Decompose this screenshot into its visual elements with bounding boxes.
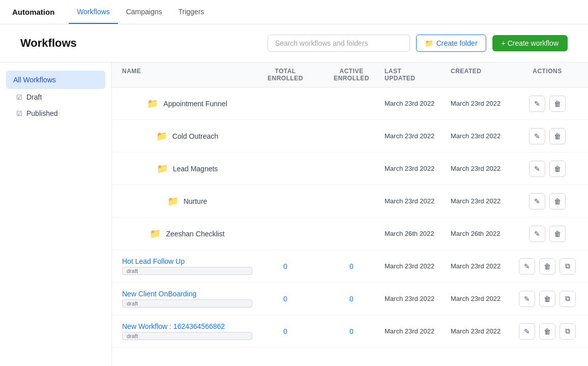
create-workflow-label: + Create workflow [502,39,558,47]
last-updated-cell: March 23rd 2022 [385,132,451,140]
create-workflow-button[interactable]: + Create workflow [492,35,568,51]
created-cell: March 23rd 2022 [451,295,517,302]
table-row: 📁 Appointment Funnel March 23rd 2022 Mar… [112,87,588,120]
delete-button[interactable]: 🗑 [539,258,555,274]
edit-button[interactable]: ✎ [529,128,545,144]
delete-button[interactable]: 🗑 [549,161,566,177]
nav-tabs: Workflows Campaigns Triggers [69,1,212,24]
draft-label: Draft [26,93,42,101]
tab-campaigns[interactable]: Campaigns [118,1,170,24]
table-row: 📁 Lead Magnets March 23rd 2022 March 23r… [112,152,588,185]
actions-cell: ✎ 🗑 [517,161,578,177]
edit-button[interactable]: ✎ [529,193,545,209]
sidebar-item-published[interactable]: ☑ Published [6,105,105,121]
sidebar: All Workflows ☑ Draft ☑ Published [0,63,112,366]
edit-button[interactable]: ✎ [519,291,535,307]
main-layout: All Workflows ☑ Draft ☑ Published NAME T… [0,63,588,366]
delete-button[interactable]: 🗑 [549,193,566,209]
row-name-cell: Hot Lead Follow Up draft [122,257,252,275]
row-name-cell: New Client OnBoarding draft [122,290,252,308]
copy-button[interactable]: ⧉ [560,323,576,340]
actions-cell: ✎ 🗑 [517,193,578,209]
col-actions: ACTIONS [517,68,578,82]
create-folder-button[interactable]: 📁 Create folder [416,35,486,52]
col-created: CREATED [451,68,517,82]
created-cell: March 23rd 2022 [451,100,517,107]
table-row: 📁 Cold Outreach March 23rd 2022 March 23… [112,120,588,152]
active-enrolled-cell: 0 [318,295,385,303]
edit-button[interactable]: ✎ [529,96,545,112]
last-updated-cell: March 23rd 2022 [385,295,451,302]
last-updated-cell: March 23rd 2022 [385,100,451,107]
tab-workflows[interactable]: Workflows [69,1,117,24]
delete-button[interactable]: 🗑 [549,128,566,144]
tab-triggers[interactable]: Triggers [170,1,212,24]
folder-icon: 📁 [156,131,167,142]
copy-button[interactable]: ⧉ [560,291,576,307]
actions-cell: ✎ 🗑 ⧉ [517,291,578,307]
col-last-updated: LASTUPDATED [385,68,451,82]
col-total-enrolled: TOTALENROLLED [252,68,318,82]
edit-button[interactable]: ✎ [529,226,545,242]
create-folder-label: Create folder [436,39,478,47]
published-check-icon: ☑ [16,110,22,117]
actions-cell: ✎ 🗑 [517,96,578,112]
edit-button[interactable]: ✎ [519,258,535,274]
actions-cell: ✎ 🗑 [517,128,578,144]
actions-cell: ✎ 🗑 ⧉ [517,258,578,274]
last-updated-cell: March 23rd 2022 [385,262,451,270]
table-area: NAME TOTALENROLLED ACTIVEENROLLED LASTUP… [112,63,588,366]
workflow-name-link[interactable]: Hot Lead Follow Up [122,257,252,265]
page-header: Workflows 📁 Create folder + Create workf… [0,24,588,63]
edit-button[interactable]: ✎ [529,161,545,177]
folder-icon: 📁 [425,39,433,47]
created-cell: March 23rd 2022 [451,197,517,205]
table-row: Hot Lead Follow Up draft 0 0 March 23rd … [112,250,588,283]
total-enrolled-cell: 0 [252,262,318,270]
table-row: New Workflow : 1624364566862 draft 0 0 M… [112,315,588,348]
last-updated-cell: March 26th 2022 [385,230,451,237]
page-title: Workflows [20,37,77,50]
row-name-cell: 📁 Cold Outreach [122,131,252,142]
delete-button[interactable]: 🗑 [549,226,566,242]
delete-button[interactable]: 🗑 [549,96,566,112]
row-name-cell: 📁 Appointment Funnel [122,98,252,109]
folder-icon: 📁 [150,228,161,239]
folder-icon: 📁 [167,196,179,207]
search-input[interactable] [268,35,410,52]
row-name-cell: New Workflow : 1624364566862 draft [122,322,252,340]
delete-button[interactable]: 🗑 [539,291,555,307]
active-enrolled-cell: 0 [318,262,385,270]
col-active-enrolled: ACTIVEENROLLED [318,68,385,82]
created-cell: March 23rd 2022 [451,165,517,172]
workflow-name: Appointment Funnel [163,100,227,108]
row-name-cell: 📁 Zeeshan Checklist [122,228,252,239]
all-workflows-label: All Workflows [13,76,56,84]
workflow-name: Nurture [184,197,208,205]
draft-badge: draft [122,267,252,275]
last-updated-cell: March 23rd 2022 [385,197,451,205]
folder-icon: 📁 [147,98,158,109]
workflow-name: Cold Outreach [172,132,218,140]
active-enrolled-cell: 0 [318,327,385,336]
edit-button[interactable]: ✎ [519,323,535,340]
app-title: Automation [12,8,54,16]
sidebar-item-all[interactable]: All Workflows [6,71,105,89]
total-enrolled-cell: 0 [252,295,318,303]
created-cell: March 23rd 2022 [451,262,517,270]
actions-cell: ✎ 🗑 ⧉ [517,323,578,340]
copy-button[interactable]: ⧉ [560,258,576,274]
table-row: 📁 Nurture March 23rd 2022 March 23rd 202… [112,185,588,218]
actions-cell: ✎ 🗑 [517,226,578,242]
top-nav: Automation Workflows Campaigns Triggers [0,0,588,24]
last-updated-cell: March 23rd 2022 [385,165,451,172]
delete-button[interactable]: 🗑 [539,323,555,340]
published-label: Published [26,109,58,117]
workflow-name-link[interactable]: New Workflow : 1624364566862 [122,322,252,330]
workflow-name-link[interactable]: New Client OnBoarding [122,290,252,298]
table-row: 📁 Zeeshan Checklist March 26th 2022 Marc… [112,218,588,250]
sidebar-item-draft[interactable]: ☑ Draft [6,89,105,105]
created-cell: March 23rd 2022 [451,327,517,335]
last-updated-cell: March 23rd 2022 [385,327,451,335]
draft-badge: draft [122,299,252,308]
